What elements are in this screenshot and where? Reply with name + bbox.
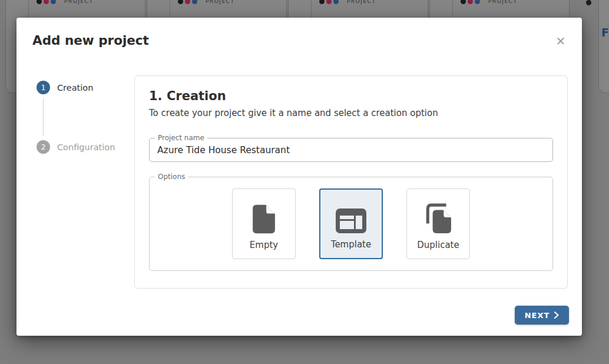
project-card-label: PROJECT [347, 0, 376, 4]
duplicate-icon [424, 198, 452, 234]
project-name-field: Project name [149, 138, 553, 162]
add-new-project-dialog: Add new project ✕ 1 Creation 2 Configura… [16, 18, 582, 336]
step-number-badge: 1 [37, 81, 50, 94]
brand-dot-icon [586, 0, 591, 5]
close-icon[interactable]: ✕ [554, 34, 568, 48]
creation-step-panel: 1. Creation To create your project give … [134, 75, 568, 289]
empty-file-icon [251, 198, 276, 234]
option-template[interactable]: Template [319, 188, 383, 259]
dialog-title: Add new project [32, 33, 149, 48]
next-button[interactable]: NEXT [515, 306, 569, 325]
stepper-step-configuration[interactable]: 2 Configuration [37, 140, 131, 154]
stepper-connector-line [43, 99, 44, 135]
step-heading: 1. Creation [149, 89, 553, 103]
template-icon [336, 197, 366, 234]
brand-dots-icon [178, 0, 197, 4]
options-label: Options [155, 173, 188, 181]
stepper-step-creation[interactable]: 1 Creation [37, 81, 131, 94]
brand-dots-icon [319, 0, 339, 4]
project-name-input[interactable] [150, 138, 552, 161]
step-label: Configuration [57, 143, 115, 152]
option-label: Template [331, 239, 371, 250]
options-fieldset: Options Empty [149, 177, 553, 271]
step-description: To create your project give it a name an… [149, 108, 553, 118]
clipped-project-name-text: F [601, 26, 609, 39]
step-label: Creation [57, 83, 93, 92]
option-label: Duplicate [417, 240, 459, 250]
brand-dots-icon [461, 0, 480, 4]
brand-dots-icon [37, 0, 56, 4]
background-project-card-partial [598, 0, 609, 93]
project-name-label: Project name [155, 134, 207, 142]
project-card-label: PROJECT [206, 0, 234, 4]
step-number-badge: 2 [37, 140, 50, 154]
creation-stepper: 1 Creation 2 Configuration [37, 81, 131, 154]
project-card-label: PROJECT [488, 0, 517, 4]
next-button-label: NEXT [525, 311, 550, 320]
project-card-label: PROJECT [64, 0, 93, 4]
option-empty[interactable]: Empty [232, 188, 296, 259]
option-duplicate[interactable]: Duplicate [406, 188, 470, 259]
option-label: Empty [250, 240, 278, 250]
chevron-right-icon [554, 312, 559, 319]
